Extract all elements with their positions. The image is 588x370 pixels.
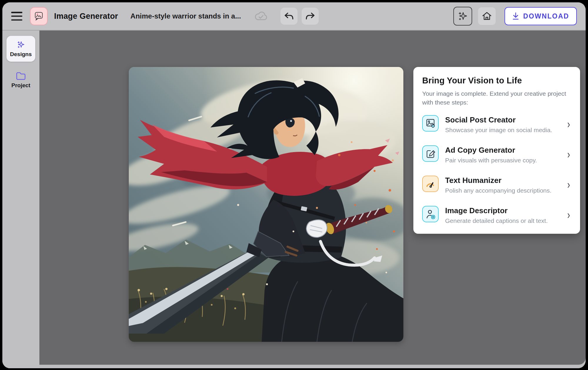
ad-copy-icon (422, 145, 439, 162)
toolbar: Image Generator Anime-style warrior stan… (2, 2, 586, 31)
next-steps-panel: Bring Your Vision to Life Your image is … (413, 67, 580, 234)
text-humanizer-icon (422, 176, 439, 192)
home-button[interactable] (478, 7, 496, 25)
panel-item-text-humanizer[interactable]: Text Humanizer Polish any accompanying d… (422, 176, 571, 194)
panel-title: Bring Your Vision to Life (422, 76, 571, 85)
panel-item-title: Ad Copy Generator (445, 146, 560, 155)
panel-item-title: Text Humanizer (445, 176, 560, 185)
redo-button[interactable] (302, 8, 319, 25)
panel-item-body: Text Humanizer Polish any accompanying d… (445, 176, 560, 194)
panel-item-description: Pair visuals with persuasive copy. (445, 157, 560, 164)
panel-item-title: Social Post Creator (445, 115, 560, 125)
download-icon (512, 12, 519, 20)
panel-item-image-descriptor[interactable]: Image Descriptor Generate detailed capti… (422, 206, 571, 224)
panel-item-social-post-creator[interactable]: Social Post Creator Showcase your image … (422, 115, 571, 134)
generated-image[interactable] (129, 67, 403, 342)
undo-button[interactable] (280, 8, 298, 25)
undo-icon (283, 11, 295, 21)
panel-item-title: Image Descriptor (445, 206, 560, 215)
panel-item-body: Social Post Creator Showcase your image … (445, 115, 560, 134)
sidebar-item-project[interactable]: Project (6, 72, 35, 89)
anime-warrior-artwork (129, 67, 403, 342)
download-label: DOWNLOAD (523, 12, 569, 20)
social-post-icon (422, 115, 439, 132)
panel-item-description: Generate detailed captions or alt text. (445, 217, 560, 224)
panel-item-ad-copy-generator[interactable]: Ad Copy Generator Pair visuals with pers… (422, 145, 571, 164)
panel-item-description: Showcase your image on social media. (445, 127, 560, 134)
sparkles-icon (16, 40, 26, 49)
sidebar-item-label: Designs (10, 51, 32, 58)
panel-items: Social Post Creator Showcase your image … (422, 115, 571, 224)
sidebar-item-designs[interactable]: Designs (6, 36, 35, 62)
panel-item-body: Ad Copy Generator Pair visuals with pers… (445, 145, 560, 164)
chevron-right-icon: › (567, 179, 570, 190)
document-prompt-title[interactable]: Anime-style warrior stands in a... (131, 12, 241, 20)
chevron-right-icon: › (567, 209, 570, 221)
chevron-right-icon: › (567, 119, 570, 130)
panel-subtitle: Your image is complete. Extend your crea… (422, 89, 571, 107)
redo-icon (305, 11, 316, 21)
panel-item-description: Polish any accompanying descriptions. (445, 187, 560, 194)
content-area: Designs Project (2, 31, 586, 368)
app-logo-button[interactable] (30, 7, 48, 25)
sparkles-icon (457, 10, 469, 22)
sidebar: Designs Project (2, 31, 39, 368)
sidebar-item-label: Project (11, 82, 30, 89)
chevron-right-icon: › (567, 149, 570, 160)
cloud-saved-icon (254, 11, 268, 22)
image-chat-bubble-icon (33, 10, 44, 22)
folder-icon (16, 72, 26, 80)
download-button[interactable]: DOWNLOAD (505, 7, 577, 25)
app-window: Image Generator Anime-style warrior stan… (2, 2, 586, 368)
image-descriptor-icon (422, 206, 439, 222)
canvas[interactable]: Bring Your Vision to Life Your image is … (39, 31, 586, 365)
panel-item-body: Image Descriptor Generate detailed capti… (445, 206, 560, 224)
ai-tools-button[interactable] (453, 7, 472, 26)
hamburger-menu-icon[interactable] (11, 12, 22, 21)
app-title: Image Generator (54, 12, 118, 21)
home-icon (481, 10, 493, 22)
